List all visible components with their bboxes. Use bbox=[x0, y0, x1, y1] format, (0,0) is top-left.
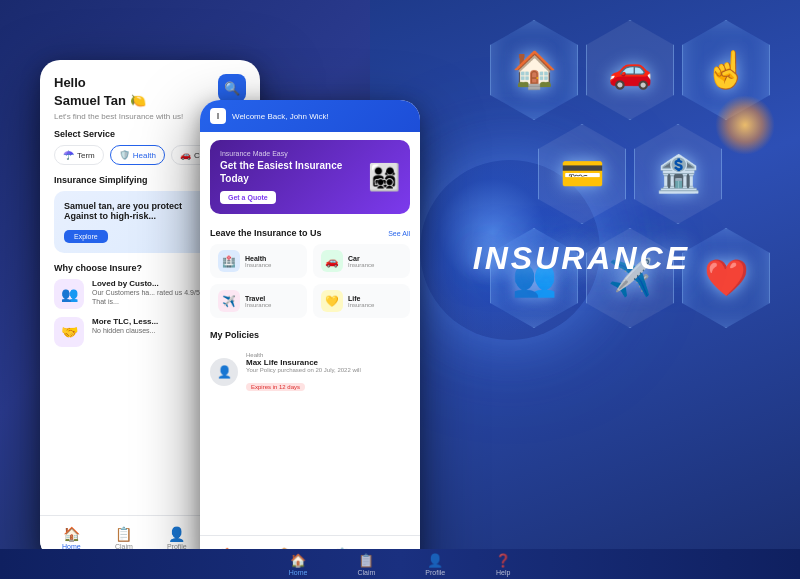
policy-desc: Your Policy purchased on 20 July, 2022 w… bbox=[246, 367, 361, 375]
hex-section: INSURANCE 🏠 🚗 ☝️ 💳 🏦 👥 bbox=[370, 0, 800, 579]
left-phone-greeting: Hello Samuel Tan 🍋 Let's find the best I… bbox=[54, 74, 183, 121]
service-car[interactable]: 🚗 Car Insurance bbox=[313, 244, 410, 278]
app-logo: I bbox=[210, 108, 226, 124]
life-service-sub: Insurance bbox=[348, 302, 374, 308]
bottom-nav-items: 🏠 Home 📋 Claim 👤 Profile ❓ Help bbox=[289, 553, 511, 576]
phone-right: I Welcome Back, John Wick! Insurance Mad… bbox=[200, 100, 420, 579]
home-nav-icon: 🏠 bbox=[63, 526, 80, 542]
finger-glow bbox=[715, 95, 775, 155]
health-chip-icon: 🛡️ bbox=[119, 150, 130, 160]
right-phone-greeting: Welcome Back, John Wick! bbox=[232, 112, 329, 121]
money-hex-icon: 💳 bbox=[560, 153, 605, 195]
bni-home-icon: 🏠 bbox=[290, 553, 306, 568]
health-service-sub: Insurance bbox=[245, 262, 271, 268]
hero-tag: Insurance Made Easy bbox=[220, 150, 368, 157]
review-title-2: More TLC, Less... bbox=[92, 317, 158, 326]
hex-health: ❤️ bbox=[682, 228, 770, 328]
see-all-link[interactable]: See All bbox=[388, 230, 410, 237]
explore-button[interactable]: Explore bbox=[64, 230, 108, 243]
service-life[interactable]: 💛 Life Insurance bbox=[313, 284, 410, 318]
bni-help-icon: ❓ bbox=[495, 553, 511, 568]
life-service-name: Life bbox=[348, 295, 374, 302]
car-service-icon: 🚗 bbox=[321, 250, 343, 272]
get-quote-button[interactable]: Get a Quote bbox=[220, 191, 276, 204]
chip-health-label: Health bbox=[133, 151, 156, 160]
health-service-name: Health bbox=[245, 255, 271, 262]
nav-claim[interactable]: 📋 Claim bbox=[115, 526, 133, 550]
hero-title: Get the Easiest Insurance Today bbox=[220, 159, 368, 185]
hex-money: 💳 bbox=[538, 124, 626, 224]
travel-service-sub: Insurance bbox=[245, 302, 271, 308]
hex-bank: 🏦 bbox=[634, 124, 722, 224]
services-section: Leave the Insurance to Us See All 🏥 Heal… bbox=[200, 222, 420, 324]
car-service-name: Car bbox=[348, 255, 374, 262]
home-hex-icon: 🏠 bbox=[512, 49, 557, 91]
nav-home[interactable]: 🏠 Home bbox=[62, 526, 81, 550]
chip-term[interactable]: ☂️ Term bbox=[54, 145, 104, 165]
bottom-nav-profile[interactable]: 👤 Profile bbox=[425, 553, 445, 576]
review-text-2: More TLC, Less... No hidden clauses... bbox=[92, 317, 158, 335]
health-service-text: Health Insurance bbox=[245, 255, 271, 268]
life-service-icon: 💛 bbox=[321, 290, 343, 312]
right-phone-header: I Welcome Back, John Wick! bbox=[200, 100, 420, 132]
hex-car: 🚗 bbox=[586, 20, 674, 120]
profile-nav-icon: 👤 bbox=[168, 526, 185, 542]
term-icon: ☂️ bbox=[63, 150, 74, 160]
bank-hex-icon: 🏦 bbox=[656, 153, 701, 195]
hero-illustration: 👨‍👩‍👧‍👦 bbox=[368, 162, 400, 193]
hex-grid: 🏠 🚗 ☝️ 💳 🏦 👥 ✈️ bbox=[490, 20, 770, 332]
hero-text: Insurance Made Easy Get the Easiest Insu… bbox=[220, 150, 368, 204]
policies-title: My Policies bbox=[210, 330, 410, 340]
bottom-nav-claim[interactable]: 📋 Claim bbox=[357, 553, 375, 576]
bni-profile-label: Profile bbox=[425, 569, 445, 576]
life-service-text: Life Insurance bbox=[348, 295, 374, 308]
claim-nav-icon: 📋 bbox=[115, 526, 132, 542]
chip-health[interactable]: 🛡️ Health bbox=[110, 145, 165, 165]
policy-info: Health Max Life Insurance Your Policy pu… bbox=[246, 352, 361, 393]
service-grid: 🏥 Health Insurance 🚗 Car Insurance ✈️ Tr… bbox=[210, 244, 410, 318]
greeting-text: Hello Samuel Tan 🍋 bbox=[54, 74, 183, 110]
bni-claim-icon: 📋 bbox=[358, 553, 374, 568]
bottom-bar: 🏠 Home 📋 Claim 👤 Profile ❓ Help bbox=[0, 549, 800, 579]
search-button[interactable]: 🔍 bbox=[218, 74, 246, 102]
car-chip-icon: 🚗 bbox=[180, 150, 191, 160]
service-travel[interactable]: ✈️ Travel Insurance bbox=[210, 284, 307, 318]
expires-badge: Expires in 12 days bbox=[246, 383, 305, 391]
bni-profile-icon: 👤 bbox=[427, 553, 443, 568]
services-title: Leave the Insurance to Us bbox=[210, 228, 322, 238]
bottom-nav-help[interactable]: ❓ Help bbox=[495, 553, 511, 576]
car-service-text: Car Insurance bbox=[348, 255, 374, 268]
travel-service-icon: ✈️ bbox=[218, 290, 240, 312]
policy-card-1[interactable]: 👤 Health Max Life Insurance Your Policy … bbox=[210, 346, 410, 399]
chip-term-label: Term bbox=[77, 151, 95, 160]
review-avatar-1: 👥 bbox=[54, 279, 84, 309]
travel-service-text: Travel Insurance bbox=[245, 295, 271, 308]
car-hex-icon: 🚗 bbox=[608, 49, 653, 91]
travel-service-name: Travel bbox=[245, 295, 271, 302]
bni-claim-label: Claim bbox=[357, 569, 375, 576]
review-avatar-2: 🤝 bbox=[54, 317, 84, 347]
health-hex-icon: ❤️ bbox=[704, 257, 749, 299]
bni-help-label: Help bbox=[496, 569, 510, 576]
insurance-label: INSURANCE bbox=[473, 240, 690, 277]
finger-hex-icon: ☝️ bbox=[704, 49, 749, 91]
hex-home: 🏠 bbox=[490, 20, 578, 120]
car-service-sub: Insurance bbox=[348, 262, 374, 268]
services-header: Leave the Insurance to Us See All bbox=[210, 228, 410, 238]
policy-avatar: 👤 bbox=[210, 358, 238, 386]
health-service-icon: 🏥 bbox=[218, 250, 240, 272]
bni-home-label: Home bbox=[289, 569, 308, 576]
bottom-nav-home[interactable]: 🏠 Home bbox=[289, 553, 308, 576]
hero-banner: Insurance Made Easy Get the Easiest Insu… bbox=[210, 140, 410, 214]
logo-text: I bbox=[217, 111, 220, 121]
policy-name: Max Life Insurance bbox=[246, 358, 361, 367]
policies-section: My Policies 👤 Health Max Life Insurance … bbox=[200, 324, 420, 405]
nav-profile[interactable]: 👤 Profile bbox=[167, 526, 187, 550]
greeting-subtitle: Let's find the best Insurance with us! bbox=[54, 112, 183, 121]
review-desc-2: No hidden clauses... bbox=[92, 326, 158, 335]
service-health[interactable]: 🏥 Health Insurance bbox=[210, 244, 307, 278]
